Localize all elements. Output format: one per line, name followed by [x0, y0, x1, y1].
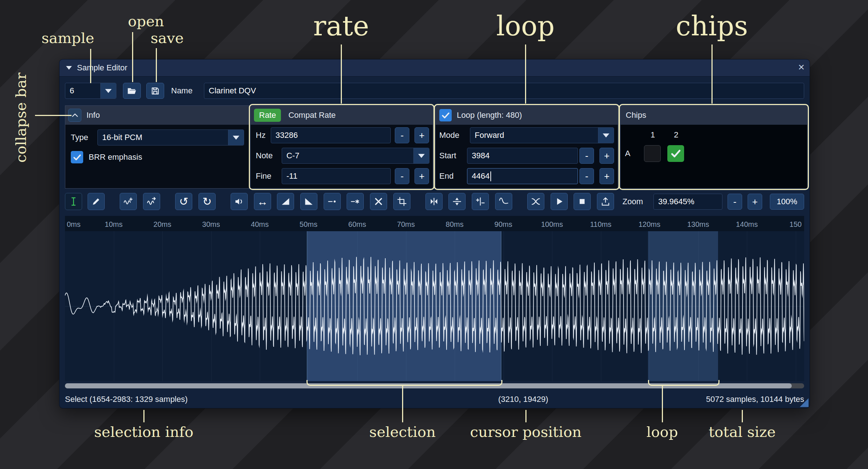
annotation-line-loop-region [662, 385, 663, 422]
waveform-area[interactable] [65, 231, 804, 381]
trim-button[interactable] [393, 193, 410, 210]
window-collapse-icon[interactable] [66, 66, 72, 70]
annotation-line-loop [525, 44, 526, 104]
crossfade-button[interactable] [527, 193, 544, 210]
timeline-tick: 130ms [687, 220, 709, 229]
loop-panel-body: Mode Forward Start - + End 4464 - + [436, 125, 618, 188]
loop-mode-select[interactable]: Forward [470, 127, 614, 143]
annotation-open: open [128, 13, 164, 29]
silence-insert-icon [327, 197, 337, 206]
hz-plus-button[interactable]: + [414, 127, 429, 143]
annotation-line-open [132, 32, 133, 82]
loop-start-minus-button[interactable]: - [579, 148, 594, 164]
annotation-bracket-loop [648, 380, 720, 386]
loop-start-plus-button[interactable]: + [599, 148, 614, 164]
type-select[interactable]: 16-bit PCM [97, 129, 244, 146]
annotation-line-sample [90, 49, 91, 83]
upload-button[interactable] [597, 193, 614, 210]
rate-toggle-button[interactable]: Rate [254, 109, 281, 122]
fine-input[interactable] [282, 168, 391, 184]
filter-button[interactable] [495, 193, 512, 210]
timeline-tick: 40ms [251, 220, 269, 229]
sample-number-select[interactable]: 6 [65, 83, 116, 99]
annotation-line-total-size [742, 410, 743, 422]
annotation-line-save [156, 48, 157, 82]
edit-mode-select-button[interactable] [65, 193, 82, 210]
note-select[interactable]: C-7 [282, 148, 429, 164]
hz-input[interactable] [271, 127, 391, 143]
apply-silence-button[interactable] [347, 193, 364, 210]
check-icon [441, 111, 451, 120]
redo-button[interactable]: ↻ [198, 193, 216, 210]
rate-panel-body: Hz - + Note C-7 Fine - + [251, 125, 433, 188]
dropdown-arrow-icon [100, 83, 116, 98]
resize-button[interactable] [120, 193, 137, 210]
invert-button[interactable] [448, 193, 466, 210]
zoom-reset-button[interactable]: 100% [770, 194, 804, 210]
silence-apply-icon [350, 197, 360, 206]
timeline-ruler: 0ms10ms20ms30ms40ms50ms60ms70ms80ms90ms1… [65, 216, 804, 231]
annotation-sample: sample [42, 30, 94, 46]
wave-resize-icon [123, 197, 133, 206]
loop-end-label: End [439, 168, 454, 185]
chip-a-slot-2-checkbox[interactable] [667, 145, 684, 162]
brr-emphasis-checkbox[interactable] [71, 151, 83, 163]
normalize-button[interactable]: ↔ [254, 193, 271, 210]
timeline-tick: 120ms [639, 220, 660, 229]
close-button[interactable]: × [798, 61, 805, 73]
loop-panel-title: Loop (length: 480) [457, 111, 522, 120]
zoom-in-button[interactable]: + [748, 194, 762, 210]
hz-label: Hz [256, 127, 266, 144]
annotation-selection: selection [369, 424, 436, 440]
sample-name-input[interactable] [204, 83, 804, 99]
hz-minus-button[interactable]: - [395, 127, 409, 143]
zoom-out-button[interactable]: - [728, 194, 742, 210]
loop-mode-value: Forward [470, 128, 598, 143]
signedness-button[interactable] [472, 193, 489, 210]
fade-out-button[interactable] [300, 193, 317, 210]
open-button[interactable] [123, 83, 141, 99]
window-title: Sample Editor [77, 63, 127, 73]
annotation-line-selection-info [143, 410, 144, 422]
delete-button[interactable] [370, 193, 387, 210]
save-button[interactable] [146, 83, 164, 99]
loop-end-plus-button[interactable]: + [599, 168, 614, 184]
chips-column-2-label: 2 [667, 128, 685, 142]
chip-a-slot-1-checkbox[interactable] [644, 145, 661, 162]
chips-panel-header: Chips [621, 106, 807, 125]
fine-plus-button[interactable]: + [414, 168, 429, 184]
info-panel-header: Info [65, 106, 249, 125]
dropdown-arrow-icon [413, 148, 429, 163]
status-selection-info: Select (1654-2983: 1329 samples) [65, 393, 188, 406]
resample-button[interactable] [143, 193, 160, 210]
sample-number-value: 6 [65, 83, 100, 98]
rate-panel-title: Compat Rate [288, 111, 336, 120]
titlebar[interactable]: Sample Editor × [59, 59, 810, 77]
undo-button[interactable]: ↺ [175, 193, 192, 210]
fade-in-button[interactable] [277, 193, 294, 210]
play-icon [554, 197, 564, 206]
loop-end-minus-button[interactable]: - [579, 168, 594, 184]
amplify-button[interactable] [231, 193, 248, 210]
fade-in-icon [281, 197, 290, 206]
crop-trim-icon [397, 197, 407, 206]
pencil-icon [91, 197, 101, 206]
loop-end-input[interactable]: 4464 [467, 168, 578, 184]
preview-play-button[interactable] [551, 193, 568, 210]
loop-start-input[interactable] [467, 148, 578, 164]
annotation-rate: rate [313, 12, 369, 39]
insert-silence-button[interactable] [324, 193, 341, 210]
check-icon [670, 148, 682, 159]
loop-enable-checkbox[interactable] [439, 109, 452, 121]
reverse-button[interactable] [425, 193, 443, 210]
fine-minus-button[interactable]: - [395, 168, 409, 184]
zoom-input[interactable] [653, 194, 722, 210]
preview-stop-button[interactable] [574, 193, 591, 210]
annotation-loop: loop [496, 12, 555, 39]
edit-mode-draw-button[interactable] [88, 193, 105, 210]
timeline-tick: 60ms [348, 220, 366, 229]
rate-panel-header: Rate Compat Rate [251, 106, 433, 125]
filter-wave-icon [499, 197, 509, 206]
reverse-icon [429, 197, 439, 206]
window-resize-handle[interactable] [800, 398, 809, 407]
